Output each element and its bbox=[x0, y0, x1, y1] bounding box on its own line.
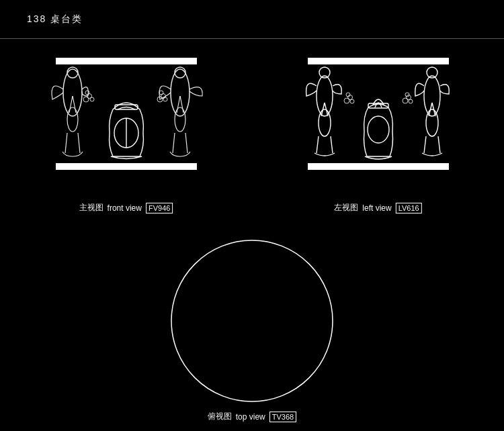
svg-rect-28 bbox=[308, 163, 449, 170]
svg-point-43 bbox=[368, 116, 389, 143]
main-content: 主视图 front view FV946 bbox=[0, 39, 504, 431]
top-view-drawing bbox=[165, 234, 339, 408]
svg-line-42 bbox=[438, 136, 440, 153]
svg-line-4 bbox=[69, 96, 73, 113]
svg-point-30 bbox=[317, 76, 333, 116]
svg-point-6 bbox=[67, 107, 78, 132]
top-view-code: TV368 bbox=[269, 412, 296, 422]
svg-point-25 bbox=[163, 97, 167, 101]
svg-line-14 bbox=[173, 133, 175, 153]
svg-point-52 bbox=[405, 93, 409, 97]
svg-rect-1 bbox=[56, 163, 197, 170]
svg-point-9 bbox=[171, 69, 190, 116]
svg-point-33 bbox=[319, 109, 331, 136]
svg-line-8 bbox=[78, 133, 80, 153]
svg-line-7 bbox=[65, 133, 67, 153]
top-view-label: 俯视图 top view TV368 bbox=[208, 411, 296, 422]
header: 138 桌台类 bbox=[0, 0, 504, 39]
svg-rect-0 bbox=[56, 58, 197, 64]
svg-rect-27 bbox=[308, 58, 449, 64]
svg-point-13 bbox=[175, 107, 185, 132]
front-view-label: 主视图 front view FV946 bbox=[79, 202, 173, 213]
top-view-panel: 俯视图 top view TV368 bbox=[0, 234, 504, 431]
svg-line-15 bbox=[185, 133, 187, 153]
svg-point-37 bbox=[424, 76, 440, 116]
left-view-label: 左视图 left view LV616 bbox=[334, 202, 421, 213]
svg-point-40 bbox=[426, 109, 438, 136]
front-view-drawing bbox=[36, 52, 217, 187]
svg-line-35 bbox=[331, 136, 333, 153]
svg-point-2 bbox=[63, 69, 82, 116]
svg-line-12 bbox=[180, 96, 183, 113]
front-view-panel: 主视图 front view FV946 bbox=[0, 46, 252, 213]
top-views-row: 主视图 front view FV946 bbox=[0, 46, 504, 213]
svg-point-21 bbox=[85, 91, 89, 95]
svg-line-5 bbox=[73, 96, 76, 113]
left-label-cn: 左视图 bbox=[334, 202, 358, 213]
left-view-code: LV616 bbox=[396, 203, 422, 213]
top-label-cn: 俯视图 bbox=[208, 411, 232, 422]
svg-point-26 bbox=[159, 91, 163, 95]
front-view-code: FV946 bbox=[146, 203, 173, 213]
front-label-cn: 主视图 bbox=[79, 202, 103, 213]
front-label-en: front view bbox=[108, 203, 142, 213]
left-view-panel: 左视图 left view LV616 bbox=[252, 46, 504, 213]
svg-point-47 bbox=[350, 99, 354, 103]
svg-line-41 bbox=[424, 136, 426, 153]
left-view-drawing bbox=[288, 52, 469, 187]
page-title: 138 桌台类 bbox=[27, 13, 83, 26]
svg-line-11 bbox=[177, 96, 180, 113]
svg-point-22 bbox=[90, 97, 94, 101]
svg-point-51 bbox=[409, 99, 413, 103]
svg-point-50 bbox=[406, 95, 411, 100]
svg-line-34 bbox=[317, 136, 319, 153]
top-label-en: top view bbox=[236, 412, 265, 422]
svg-point-53 bbox=[171, 240, 333, 401]
left-label-en: left view bbox=[362, 203, 391, 213]
